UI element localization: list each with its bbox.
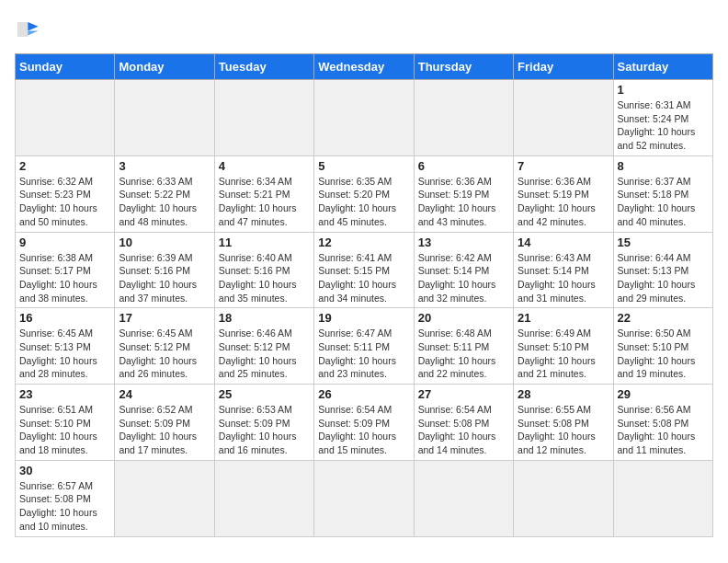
day-cell: 3Sunrise: 6:33 AMSunset: 5:22 PMDaylight… <box>115 155 214 232</box>
day-info: Sunrise: 6:32 AMSunset: 5:23 PMDaylight:… <box>19 175 110 229</box>
week-row-0: 1Sunrise: 6:31 AMSunset: 5:24 PMDaylight… <box>16 80 713 156</box>
day-info: Sunrise: 6:48 AMSunset: 5:11 PMDaylight:… <box>418 327 509 381</box>
day-cell: 20Sunrise: 6:48 AMSunset: 5:11 PMDayligh… <box>414 308 513 385</box>
day-number: 6 <box>418 159 509 173</box>
day-number: 11 <box>219 236 310 249</box>
day-number: 7 <box>518 159 609 173</box>
day-info: Sunrise: 6:53 AMSunset: 5:09 PMDaylight:… <box>219 403 310 457</box>
day-info: Sunrise: 6:54 AMSunset: 5:08 PMDaylight:… <box>418 403 509 457</box>
day-info: Sunrise: 6:54 AMSunset: 5:09 PMDaylight:… <box>318 403 409 457</box>
day-cell <box>214 460 313 536</box>
day-number: 28 <box>518 387 609 401</box>
day-info: Sunrise: 6:50 AMSunset: 5:10 PMDaylight:… <box>618 327 709 381</box>
day-cell: 2Sunrise: 6:32 AMSunset: 5:23 PMDaylight… <box>16 155 115 232</box>
day-info: Sunrise: 6:47 AMSunset: 5:11 PMDaylight:… <box>318 327 409 381</box>
day-cell: 8Sunrise: 6:37 AMSunset: 5:18 PMDaylight… <box>613 155 712 232</box>
day-cell: 11Sunrise: 6:40 AMSunset: 5:16 PMDayligh… <box>214 232 313 308</box>
header-saturday: Saturday <box>613 54 712 80</box>
day-cell: 23Sunrise: 6:51 AMSunset: 5:10 PMDayligh… <box>16 385 115 461</box>
day-number: 8 <box>618 159 709 173</box>
day-info: Sunrise: 6:44 AMSunset: 5:13 PMDaylight:… <box>618 251 709 305</box>
day-info: Sunrise: 6:36 AMSunset: 5:19 PMDaylight:… <box>518 175 609 229</box>
day-info: Sunrise: 6:55 AMSunset: 5:08 PMDaylight:… <box>518 403 609 457</box>
week-row-5: 30Sunrise: 6:57 AMSunset: 5:08 PMDayligh… <box>16 460 713 536</box>
day-info: Sunrise: 6:45 AMSunset: 5:13 PMDaylight:… <box>19 327 110 381</box>
calendar-header: SundayMondayTuesdayWednesdayThursdayFrid… <box>16 54 713 80</box>
day-number: 19 <box>318 311 409 325</box>
day-number: 18 <box>219 311 310 325</box>
header-thursday: Thursday <box>414 54 513 80</box>
day-number: 9 <box>19 236 110 249</box>
day-cell: 18Sunrise: 6:46 AMSunset: 5:12 PMDayligh… <box>214 308 313 385</box>
svg-rect-1 <box>17 22 28 37</box>
day-number: 17 <box>119 311 210 325</box>
day-number: 29 <box>618 387 709 401</box>
logo <box>15 15 48 44</box>
day-cell: 17Sunrise: 6:45 AMSunset: 5:12 PMDayligh… <box>115 308 214 385</box>
week-row-4: 23Sunrise: 6:51 AMSunset: 5:10 PMDayligh… <box>16 385 713 461</box>
day-number: 5 <box>318 159 409 173</box>
day-cell <box>514 80 613 156</box>
svg-marker-2 <box>28 22 38 31</box>
day-cell: 10Sunrise: 6:39 AMSunset: 5:16 PMDayligh… <box>115 232 214 308</box>
day-cell: 25Sunrise: 6:53 AMSunset: 5:09 PMDayligh… <box>214 385 313 461</box>
day-info: Sunrise: 6:41 AMSunset: 5:15 PMDaylight:… <box>318 251 409 305</box>
day-info: Sunrise: 6:51 AMSunset: 5:10 PMDaylight:… <box>19 403 110 457</box>
header-friday: Friday <box>514 54 613 80</box>
day-cell: 15Sunrise: 6:44 AMSunset: 5:13 PMDayligh… <box>613 232 712 308</box>
day-cell: 29Sunrise: 6:56 AMSunset: 5:08 PMDayligh… <box>613 385 712 461</box>
day-info: Sunrise: 6:35 AMSunset: 5:20 PMDaylight:… <box>318 175 409 229</box>
day-number: 24 <box>119 387 210 401</box>
day-number: 20 <box>418 311 509 325</box>
day-cell <box>214 80 313 156</box>
header <box>15 15 713 44</box>
day-cell: 21Sunrise: 6:49 AMSunset: 5:10 PMDayligh… <box>514 308 613 385</box>
day-cell: 6Sunrise: 6:36 AMSunset: 5:19 PMDaylight… <box>414 155 513 232</box>
week-row-2: 9Sunrise: 6:38 AMSunset: 5:17 PMDaylight… <box>16 232 713 308</box>
day-cell <box>314 460 414 536</box>
day-cell: 19Sunrise: 6:47 AMSunset: 5:11 PMDayligh… <box>314 308 414 385</box>
day-info: Sunrise: 6:37 AMSunset: 5:18 PMDaylight:… <box>618 175 709 229</box>
day-cell <box>16 80 115 156</box>
day-number: 4 <box>219 159 310 173</box>
day-number: 23 <box>19 387 110 401</box>
week-row-3: 16Sunrise: 6:45 AMSunset: 5:13 PMDayligh… <box>16 308 713 385</box>
day-info: Sunrise: 6:33 AMSunset: 5:22 PMDaylight:… <box>119 175 210 229</box>
day-info: Sunrise: 6:56 AMSunset: 5:08 PMDaylight:… <box>618 403 709 457</box>
day-cell: 14Sunrise: 6:43 AMSunset: 5:14 PMDayligh… <box>514 232 613 308</box>
day-info: Sunrise: 6:43 AMSunset: 5:14 PMDaylight:… <box>518 251 609 305</box>
day-info: Sunrise: 6:40 AMSunset: 5:16 PMDaylight:… <box>219 251 310 305</box>
day-cell: 7Sunrise: 6:36 AMSunset: 5:19 PMDaylight… <box>514 155 613 232</box>
day-cell: 12Sunrise: 6:41 AMSunset: 5:15 PMDayligh… <box>314 232 414 308</box>
day-number: 13 <box>418 236 509 249</box>
day-cell <box>115 460 214 536</box>
day-info: Sunrise: 6:49 AMSunset: 5:10 PMDaylight:… <box>518 327 609 381</box>
day-cell: 16Sunrise: 6:45 AMSunset: 5:13 PMDayligh… <box>16 308 115 385</box>
calendar-table: SundayMondayTuesdayWednesdayThursdayFrid… <box>15 53 713 537</box>
logo-icon <box>15 15 44 44</box>
day-number: 21 <box>518 311 609 325</box>
day-cell: 27Sunrise: 6:54 AMSunset: 5:08 PMDayligh… <box>414 385 513 461</box>
day-cell <box>414 460 513 536</box>
day-number: 2 <box>19 159 110 173</box>
day-cell: 9Sunrise: 6:38 AMSunset: 5:17 PMDaylight… <box>16 232 115 308</box>
day-info: Sunrise: 6:57 AMSunset: 5:08 PMDaylight:… <box>19 479 110 534</box>
day-info: Sunrise: 6:39 AMSunset: 5:16 PMDaylight:… <box>119 251 210 305</box>
day-cell: 30Sunrise: 6:57 AMSunset: 5:08 PMDayligh… <box>16 460 115 536</box>
day-number: 16 <box>19 311 110 325</box>
day-cell: 28Sunrise: 6:55 AMSunset: 5:08 PMDayligh… <box>514 385 613 461</box>
day-cell: 13Sunrise: 6:42 AMSunset: 5:14 PMDayligh… <box>414 232 513 308</box>
day-number: 14 <box>518 236 609 249</box>
svg-marker-3 <box>28 31 38 36</box>
day-cell: 22Sunrise: 6:50 AMSunset: 5:10 PMDayligh… <box>613 308 712 385</box>
day-info: Sunrise: 6:42 AMSunset: 5:14 PMDaylight:… <box>418 251 509 305</box>
day-info: Sunrise: 6:34 AMSunset: 5:21 PMDaylight:… <box>219 175 310 229</box>
day-number: 10 <box>119 236 210 249</box>
calendar-body: 1Sunrise: 6:31 AMSunset: 5:24 PMDaylight… <box>16 80 713 537</box>
day-number: 26 <box>318 387 409 401</box>
day-info: Sunrise: 6:38 AMSunset: 5:17 PMDaylight:… <box>19 251 110 305</box>
day-cell <box>414 80 513 156</box>
header-tuesday: Tuesday <box>214 54 313 80</box>
day-info: Sunrise: 6:31 AMSunset: 5:24 PMDaylight:… <box>618 98 709 153</box>
day-cell: 5Sunrise: 6:35 AMSunset: 5:20 PMDaylight… <box>314 155 414 232</box>
